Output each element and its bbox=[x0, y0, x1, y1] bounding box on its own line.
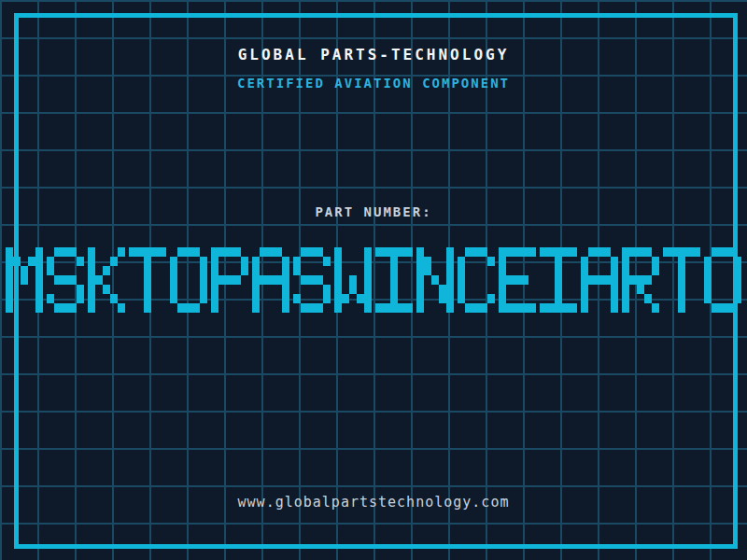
pixel-glyph bbox=[334, 247, 372, 313]
pixel-glyph bbox=[170, 247, 207, 313]
pixel-glyph bbox=[211, 247, 248, 313]
pixel-glyph bbox=[622, 247, 659, 313]
company-name: GLOBAL PARTS-TECHNOLOGY bbox=[0, 46, 747, 63]
certificate-screen: { "theme": { "background": "#0e1a29", "g… bbox=[0, 0, 747, 560]
pixel-glyph bbox=[704, 247, 741, 313]
part-number-label: PART NUMBER: bbox=[0, 204, 747, 219]
pixel-glyph bbox=[88, 247, 125, 313]
pixel-glyph bbox=[540, 247, 577, 313]
pixel-glyph bbox=[663, 247, 700, 313]
pixel-glyph bbox=[416, 247, 454, 313]
pixel-glyph bbox=[375, 247, 413, 313]
pixel-glyph bbox=[293, 247, 331, 313]
part-number-value bbox=[0, 247, 747, 313]
pixel-glyph bbox=[129, 247, 166, 313]
pixel-glyph bbox=[47, 247, 84, 313]
pixel-glyph bbox=[581, 247, 618, 313]
pixel-glyph bbox=[499, 247, 536, 313]
pixel-glyph bbox=[252, 247, 289, 313]
website-url: www.globalpartstechnology.com bbox=[0, 494, 747, 511]
pixel-glyph bbox=[6, 247, 43, 313]
certification-subtitle: CERTIFIED AVIATION COMPONENT bbox=[0, 76, 747, 91]
pixel-glyph bbox=[458, 247, 495, 313]
